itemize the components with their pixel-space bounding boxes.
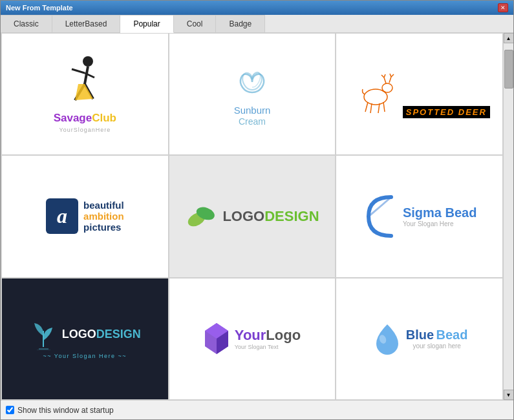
dark-logo-word: LOGO (62, 328, 96, 341)
your-logo-word: Your (235, 327, 266, 343)
tab-badge[interactable]: Badge (216, 15, 265, 32)
sunburn-icon (230, 61, 275, 103)
dark-logo-tagline: ~~ Your Slogan Here ~~ (29, 353, 141, 359)
green-leaves-icon (185, 200, 217, 233)
logo-word-green: LOGO (222, 208, 264, 225)
dark-ld-text: LOGODESIGN (62, 328, 141, 341)
savage-club-logo: SavageClub YourSloganHere (54, 55, 116, 134)
spotted-deer-text: SPOTTED DEER (403, 106, 490, 118)
blue-bead-icon (371, 321, 403, 357)
scrollbar-track (504, 43, 513, 390)
ba-line3: pictures (83, 222, 124, 233)
scroll-up-arrow[interactable]: ▲ (504, 33, 514, 43)
spotted-deer-logo: SPOTTED DEER (348, 70, 489, 118)
logo-cell-logo-design-green[interactable]: LOGODESIGN (169, 155, 336, 277)
tab-letter-based[interactable]: LetterBased (52, 15, 121, 32)
svg-line-2 (72, 69, 85, 73)
savage-text: SavageClub (54, 112, 116, 124)
beautiful-ambition-logo: a beautiful ambition pictures (46, 198, 124, 234)
window-title: New From Template (6, 4, 73, 12)
title-bar: New From Template ✕ (1, 1, 513, 15)
scrollbar: ▲ ▼ (503, 33, 513, 400)
logo-design-dark-logo: LOGODESIGN ~~ Your Slogan Here ~~ (29, 318, 141, 359)
logo-cell-blue-bead[interactable]: Blue Bead your slogan here (336, 278, 503, 400)
svg-line-9 (365, 102, 368, 112)
bead-word: Bead (436, 328, 468, 342)
logo-cell-sunburn-cream[interactable]: Sunburn Cream (169, 33, 336, 155)
ba-letter-icon: a (46, 198, 78, 234)
startup-checkbox-text: Show this window at startup (17, 406, 114, 415)
main-window: New From Template ✕ Classic LetterBased … (0, 0, 514, 420)
sigma-name: Sigma Bead (403, 205, 477, 220)
your-logo-tagline: Your Slogan Text (235, 344, 301, 350)
svg-line-13 (383, 91, 385, 92)
startup-checkbox-label: Show this window at startup (6, 406, 114, 415)
dark-design-word: DESIGN (96, 328, 141, 341)
logo-grid: SavageClub YourSloganHere Sunburn (1, 33, 503, 400)
spotted-deer-icon (348, 70, 400, 115)
ld-text-green: LOGODESIGN (222, 208, 319, 225)
your-logo-icon (204, 322, 230, 355)
tab-popular[interactable]: Popular (120, 15, 173, 33)
logo-word-yl: Logo (266, 327, 301, 343)
logo-cell-your-logo[interactable]: YourLogo Your Slogan Text (169, 278, 336, 400)
ba-line2: ambition (83, 211, 124, 222)
startup-checkbox[interactable] (6, 406, 14, 414)
svg-point-0 (83, 56, 93, 67)
title-bar-controls: ✕ (498, 3, 508, 12)
ba-text-block: beautiful ambition pictures (83, 200, 124, 233)
logo-cell-beautiful-ambition[interactable]: a beautiful ambition pictures (1, 155, 169, 277)
svg-line-10 (370, 103, 372, 113)
sunburn-cream-logo: Sunburn Cream (230, 61, 275, 127)
sigma-icon (362, 194, 398, 239)
sunburn-text-sub: Cream (230, 116, 275, 127)
sigma-tagline: Your Slogan Here (403, 220, 477, 227)
logo-design-green-logo: LOGODESIGN (185, 200, 319, 233)
design-word-green: DESIGN (264, 208, 319, 225)
tab-bar: Classic LetterBased Popular Cool Badge (1, 15, 513, 33)
your-logo-text: YourLogo Your Slogan Text (235, 327, 301, 350)
logo-cell-sigma-bead[interactable]: Sigma Bead Your Slogan Here (336, 155, 503, 277)
content-area: SavageClub YourSloganHere Sunburn (1, 33, 513, 400)
sunburn-text-main: Sunburn (230, 105, 275, 116)
close-button[interactable]: ✕ (498, 3, 508, 12)
logo-cell-logo-design-dark[interactable]: LOGODESIGN ~~ Your Slogan Here ~~ (1, 278, 169, 400)
sigma-text-block: Sigma Bead Your Slogan Here (403, 205, 477, 227)
scrollbar-thumb[interactable] (504, 50, 513, 89)
savage-tagline: YourSloganHere (59, 127, 111, 133)
bottom-bar: Show this window at startup (1, 400, 513, 419)
logo-cell-spotted-deer[interactable]: SPOTTED DEER (336, 33, 503, 155)
dark-plant-icon (29, 318, 58, 350)
blue-word: Blue (406, 328, 434, 342)
your-logo-logo: YourLogo Your Slogan Text (204, 322, 301, 355)
tab-classic[interactable]: Classic (1, 15, 52, 32)
sigma-bead-logo: Sigma Bead Your Slogan Here (362, 194, 477, 239)
blue-bead-tagline: your slogan here (406, 342, 468, 350)
savage-club-figure (62, 55, 107, 113)
blue-bead-text: Blue Bead your slogan here (406, 328, 468, 350)
blue-bead-logo: Blue Bead your slogan here (371, 321, 468, 357)
ba-line1: beautiful (83, 200, 124, 211)
scroll-down-arrow[interactable]: ▼ (504, 390, 514, 400)
tab-cool[interactable]: Cool (174, 15, 217, 32)
svg-line-12 (383, 102, 385, 112)
logo-cell-savage-club[interactable]: SavageClub YourSloganHere (1, 33, 169, 155)
